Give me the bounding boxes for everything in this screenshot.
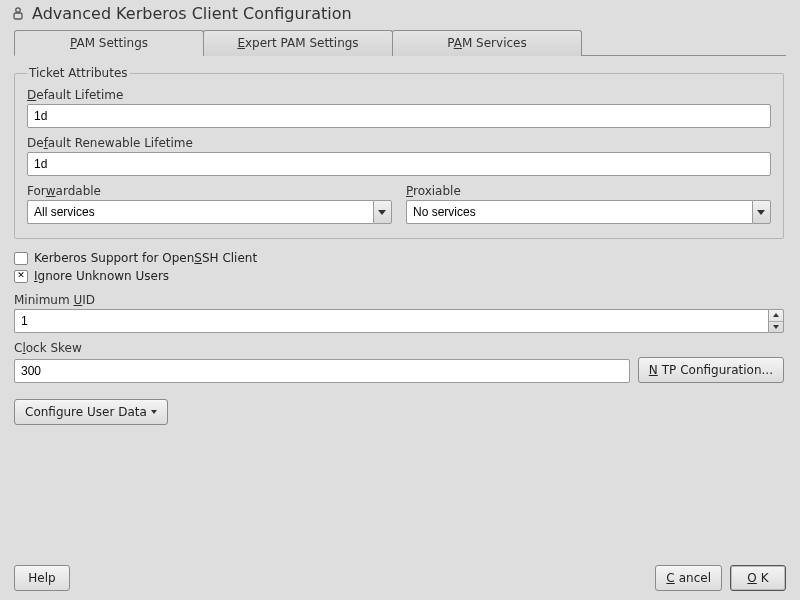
dialog-title: Advanced Kerberos Client Configuration [32, 4, 352, 23]
checkbox-unchecked[interactable] [14, 252, 28, 265]
ignore-unknown-label: Ignore Unknown Users [34, 269, 169, 283]
button-label: Help [28, 571, 55, 585]
tab-label: M Services [462, 36, 527, 50]
minimum-uid-input[interactable] [14, 309, 768, 333]
forwardable-label: Forwardable [27, 184, 392, 198]
tab-pam-services[interactable]: PAM Services [392, 30, 582, 56]
minimum-uid-label: Minimum UID [14, 293, 784, 307]
ntp-configuration-button[interactable]: NTP Configuration... [638, 357, 784, 383]
default-renewable-label: Default Renewable Lifetime [27, 136, 771, 150]
clock-skew-label: Clock Skew [14, 341, 784, 355]
cancel-button[interactable]: Cancel [655, 565, 722, 591]
ok-button[interactable]: OK [730, 565, 786, 591]
help-button[interactable]: Help [14, 565, 70, 591]
proxiable-value[interactable] [406, 200, 752, 224]
tab-pam-settings[interactable]: PAM Settings [14, 30, 204, 56]
forwardable-value[interactable] [27, 200, 373, 224]
ticket-attributes-group: Ticket Attributes Default Lifetime Defau… [14, 66, 784, 239]
checkbox-checked[interactable] [14, 270, 28, 283]
titlebar: Advanced Kerberos Client Configuration [0, 0, 800, 29]
button-label: Configure User Data [25, 405, 147, 419]
default-lifetime-label: Default Lifetime [27, 88, 771, 102]
tab-expert-pam-settings[interactable]: Expert PAM Settings [203, 30, 393, 56]
default-lifetime-input[interactable] [27, 104, 771, 128]
button-bar: Help Cancel OK [0, 556, 800, 600]
tab-label: xpert PAM Settings [245, 36, 359, 50]
group-legend: Ticket Attributes [27, 66, 130, 80]
chevron-down-icon [773, 325, 779, 329]
tab-bar: PAM Settings Expert PAM Settings PAM Ser… [14, 29, 786, 56]
content-area: Ticket Attributes Default Lifetime Defau… [14, 56, 784, 425]
chevron-down-icon [757, 210, 765, 215]
openssh-label: Kerberos Support for OpenSSH Client [34, 251, 257, 265]
configure-user-data-button[interactable]: Configure User Data [14, 399, 168, 425]
proxiable-combo[interactable] [406, 200, 771, 224]
dropdown-button[interactable] [373, 200, 392, 224]
spin-buttons[interactable] [768, 309, 784, 333]
chevron-up-icon [773, 313, 779, 317]
openssh-checkbox-row[interactable]: Kerberos Support for OpenSSH Client [14, 251, 784, 265]
clock-skew-input[interactable] [14, 359, 630, 383]
spin-down-button[interactable] [769, 322, 783, 333]
tab-label: AM Settings [76, 36, 148, 50]
chevron-down-icon [378, 210, 386, 215]
minimum-uid-spinbox[interactable] [14, 309, 784, 333]
dialog-window: Advanced Kerberos Client Configuration P… [0, 0, 800, 600]
app-icon [10, 6, 26, 22]
ignore-unknown-checkbox-row[interactable]: Ignore Unknown Users [14, 269, 784, 283]
proxiable-label: Proxiable [406, 184, 771, 198]
default-renewable-input[interactable] [27, 152, 771, 176]
forwardable-combo[interactable] [27, 200, 392, 224]
chevron-down-icon [151, 410, 157, 414]
svg-rect-1 [14, 13, 22, 19]
dropdown-button[interactable] [752, 200, 771, 224]
svg-point-0 [16, 7, 20, 11]
spin-up-button[interactable] [769, 310, 783, 322]
